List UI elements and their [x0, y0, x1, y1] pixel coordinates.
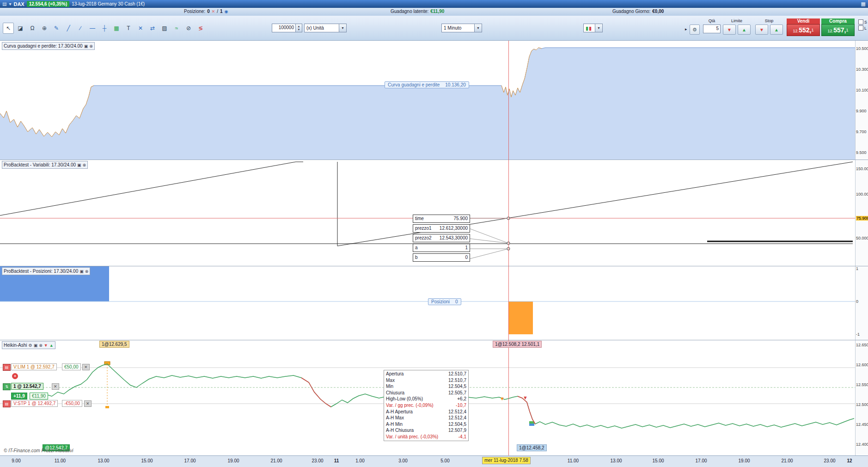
buy-limit-button[interactable]: ▲ [738, 25, 751, 35]
tool-text-icon[interactable]: T [123, 23, 134, 34]
equity-curve-chart [0, 41, 855, 160]
heikin-panel-header[interactable]: Heikin-Ashi ⚙▣⊗▼▲ [2, 341, 55, 349]
equity-panel-header[interactable]: Curva guadagni e perdite: 17.30/24.00 ▣⊗ [2, 42, 95, 50]
tool-segment-icon[interactable]: ∕ [75, 23, 86, 34]
tool-eraser-icon[interactable]: ◪ [15, 23, 26, 34]
close-icon[interactable]: ⊗ [83, 163, 86, 167]
close-icon[interactable]: ⊗ [89, 44, 93, 49]
window-icon[interactable]: ▣ [34, 343, 38, 348]
tooltip-row: A-H Apertura12.512,4 [384, 409, 468, 415]
sell-marker-icon[interactable]: ▼ [44, 343, 48, 348]
timeframe-selected-value: 1 Minuto [442, 25, 474, 31]
variable-value: 75.900 [453, 216, 468, 221]
buy-button[interactable]: 12.557,1 [821, 24, 855, 36]
time-axis-label: 9.00 [12, 458, 20, 463]
time-axis[interactable]: 9.0011.0013.0015.0017.0019.0021.0023.001… [0, 455, 868, 467]
tool-pencil-icon[interactable]: ✎ [51, 23, 62, 34]
close-position-button[interactable]: ✕ [52, 383, 59, 390]
trade-marker-icon: ▼ [500, 396, 505, 401]
tool-alarm-icon[interactable]: Ω [27, 23, 38, 34]
sell-limit-order-value: €50,00 [62, 363, 81, 370]
chevron-down-icon[interactable]: ▾ [9, 1, 11, 6]
spinner-up-icon[interactable]: ▲ [298, 25, 300, 28]
instrument-icon[interactable]: ▤ [2, 1, 6, 6]
s-checkbox[interactable] [858, 19, 863, 25]
tool-vertical-line-icon[interactable]: ┼ [99, 23, 110, 34]
timeframe-select[interactable]: 1 Minuto ▼ [441, 24, 482, 32]
position-separator: / [217, 9, 218, 14]
window-icon[interactable]: ▣ [84, 44, 88, 49]
unit-selected-value: (x) Unità [305, 25, 339, 31]
order-badge-top-left[interactable]: 1@12.629,5 [99, 341, 129, 348]
sell-limit-button[interactable]: ▼ [723, 25, 736, 35]
window-icon[interactable]: ▣ [79, 269, 84, 274]
crosshair-date-label: mer 11-lug-2018 7.58 [482, 457, 531, 464]
l-checkbox-label: L [864, 26, 867, 31]
buy-marker-icon[interactable]: ▲ [49, 343, 54, 348]
tool-pattern-icon[interactable]: ▨ [159, 23, 170, 34]
quantity-value[interactable]: 100000 [272, 24, 295, 32]
spinner-down-icon[interactable]: ▼ [298, 28, 300, 31]
sell-limit-order-label[interactable]: V:LIM 1 @ 12.592,7 [11, 363, 57, 370]
tool-indicator-icon[interactable]: ▦ [111, 23, 122, 34]
price-scale[interactable]: 10.50010.30010.1009.9009.7009.500150.000… [855, 41, 868, 455]
panel-divider[interactable] [0, 160, 868, 160]
l-checkbox[interactable] [858, 25, 863, 31]
symbol-name[interactable]: DAX [13, 1, 24, 7]
sell-stop-order-label[interactable]: V:STP 1 @ 12.492,7 [11, 400, 58, 407]
sell-stop-order-icon[interactable]: ▤ [3, 400, 11, 407]
buy-stop-button[interactable]: ▲ [770, 25, 783, 35]
tool-cursor-icon[interactable]: ↖ [3, 23, 14, 34]
tool-zoom-icon[interactable]: ⊕ [39, 23, 50, 34]
cancel-limit-button[interactable]: ✕ [82, 364, 90, 370]
close-icon[interactable]: ⊗ [39, 343, 43, 348]
chevron-down-icon[interactable]: ▼ [339, 24, 346, 32]
unit-select[interactable]: (x) Unità ▼ [304, 24, 347, 32]
latent-gain: Guadagno latente: €11,90 [391, 9, 444, 14]
time-axis-label: 1.00 [355, 458, 364, 463]
equity-curve-label[interactable]: Curva guadagni e perdite 10.136,20 [385, 81, 469, 88]
sell-price-main: 552, [799, 26, 811, 34]
variables-panel-header[interactable]: ProBacktest - Variabili: 17.30/24.00 ▣⊗ [2, 161, 88, 169]
sell-button[interactable]: 12.552,1 [787, 24, 820, 36]
tool-arrows-icon[interactable]: ⇄ [147, 23, 158, 34]
tool-horizontal-line-icon[interactable]: — [87, 23, 98, 34]
order-qty-input[interactable]: 5 [703, 25, 721, 33]
order-settings-button[interactable]: ⚙ [690, 25, 700, 35]
qty-label: Qtà [702, 18, 722, 24]
panel-divider[interactable] [0, 266, 868, 266]
tool-cross-tool-icon[interactable]: ✕ [135, 23, 146, 34]
close-icon[interactable]: ⊗ [85, 269, 89, 274]
positions-label-name: Posizioni [431, 299, 450, 304]
tool-trendline-icon[interactable]: ╱ [63, 23, 74, 34]
chevron-right-icon[interactable]: ▸ [685, 27, 687, 31]
wrench-icon[interactable]: ⚙ [29, 343, 32, 348]
panel-divider[interactable] [0, 340, 868, 340]
chevron-down-icon[interactable]: ▼ [474, 24, 482, 32]
close-position-icon[interactable]: ✕ [212, 9, 215, 14]
tool-zigzag-icon[interactable]: ≶ [195, 23, 206, 34]
time-axis-label: 17.00 [695, 458, 707, 463]
order-badge-top-right[interactable]: 1@12.508,2 12.501,1 [493, 341, 542, 348]
tool-wave-icon[interactable]: ≈ [171, 23, 182, 34]
positions-panel-header[interactable]: ProBacktest - Posizioni: 17.30/24.00 ▣⊗ [2, 267, 90, 275]
quantity-spinner[interactable]: ▲ ▼ [295, 24, 302, 32]
tool-trash-icon[interactable]: ⊘ [183, 23, 194, 34]
chevron-down-icon[interactable]: ▼ [595, 24, 602, 32]
cancel-stop-button[interactable]: ✕ [84, 400, 92, 407]
quantity-input[interactable]: 100000 ▲ ▼ [272, 24, 302, 32]
chart-type-button[interactable]: ▮▮ ▼ [583, 24, 603, 32]
variable-name: b [415, 255, 418, 260]
open-position-label[interactable]: 1 @ 12.542,7 [11, 383, 43, 390]
view-orders-icon[interactable]: ◉ [225, 9, 228, 14]
window-icon[interactable]: ▣ [77, 163, 81, 167]
close-position-icon[interactable]: ✕ [12, 373, 18, 379]
line-series [469, 249, 508, 259]
grid-icon[interactable]: ▦ [861, 1, 866, 7]
order-badge-bottom[interactable]: 1@12.458,2 [517, 444, 547, 451]
sell-limit-order-icon[interactable]: ▤ [3, 364, 11, 371]
positions-label[interactable]: Posizioni 0 [428, 298, 461, 305]
sell-stop-button[interactable]: ▼ [755, 25, 768, 35]
open-position-icon[interactable]: ⇅ [3, 383, 11, 390]
limit-buttons: ▼▲ [722, 25, 752, 35]
